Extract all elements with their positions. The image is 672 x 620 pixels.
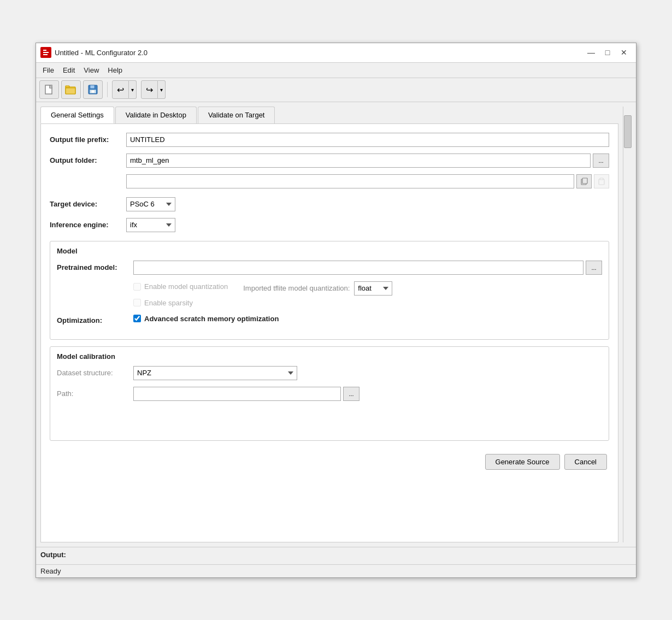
menu-bar: File Edit View Help: [36, 63, 636, 78]
svg-rect-10: [90, 85, 95, 88]
second-path-input[interactable]: [126, 174, 574, 188]
model-section: Model Pretrained model: ...: [50, 241, 609, 340]
menu-help[interactable]: Help: [103, 64, 127, 76]
tab-bar: General Settings Validate in Desktop Val…: [40, 107, 618, 124]
advanced-scratch-checkbox[interactable]: [133, 315, 141, 322]
app-icon: [40, 47, 51, 58]
status-bar: Ready: [36, 564, 636, 577]
output-area: Output:: [36, 547, 636, 564]
open-button[interactable]: [61, 80, 81, 99]
svg-rect-12: [91, 90, 95, 93]
menu-edit[interactable]: Edit: [58, 64, 79, 76]
enable-sparsity-checkbox-row: Enable sparsity: [133, 299, 193, 307]
svg-rect-8: [66, 88, 75, 94]
target-device-row: Target device: PSoC 6 PSoC 4 Other: [50, 197, 609, 211]
output-folder-field-group: ...: [126, 153, 609, 168]
toolbar-separator: [107, 82, 108, 97]
output-folder-label: Output folder:: [50, 156, 126, 164]
second-path-row: [50, 174, 609, 188]
path-input[interactable]: [133, 387, 341, 401]
redo-dropdown-button[interactable]: ▾: [158, 80, 166, 99]
action-bar: Generate Source Cancel: [50, 450, 609, 474]
cancel-button[interactable]: Cancel: [564, 454, 607, 470]
maximize-button[interactable]: □: [600, 46, 615, 59]
pretrained-model-input[interactable]: [133, 261, 583, 275]
generate-source-button[interactable]: Generate Source: [485, 454, 560, 470]
scrollbar-track[interactable]: [623, 107, 632, 542]
copy-button[interactable]: [576, 174, 592, 188]
second-path-group: [126, 174, 609, 188]
tflite-quantization-group: Imported tflite model quantization: floa…: [243, 281, 392, 296]
redo-group: ↪ ▾: [141, 80, 166, 99]
pretrained-model-label: Pretrained model:: [57, 263, 133, 271]
svg-rect-14: [582, 178, 587, 184]
toolbar: ↩ ▾ ↪ ▾: [36, 78, 636, 102]
output-file-prefix-row: Output file prefix:: [50, 133, 609, 147]
pretrained-model-row: Pretrained model: ...: [57, 261, 602, 275]
quantization-row: Enable model quantization Imported tflit…: [133, 281, 602, 296]
svg-rect-1: [43, 50, 46, 51]
inference-engine-select[interactable]: ifx tflm other: [126, 218, 175, 232]
settings-panel: Output file prefix: Output folder: ...: [40, 124, 618, 542]
enable-quantization-checkbox-row: Enable model quantization: [133, 282, 228, 291]
content-area: General Settings Validate in Desktop Val…: [40, 107, 618, 542]
undo-dropdown-button[interactable]: ▾: [129, 80, 137, 99]
output-folder-row: Output folder: ...: [50, 153, 609, 168]
dataset-structure-select[interactable]: NPZ CSV Other: [133, 366, 297, 380]
menu-file[interactable]: File: [38, 64, 58, 76]
output-folder-input[interactable]: [126, 153, 591, 168]
scrollbar-thumb[interactable]: [624, 115, 632, 148]
inference-engine-row: Inference engine: ifx tflm other: [50, 218, 609, 232]
path-field-group: ...: [133, 387, 602, 401]
menu-view[interactable]: View: [79, 64, 103, 76]
pretrained-model-browse-button[interactable]: ...: [586, 261, 602, 275]
output-folder-browse-button[interactable]: ...: [593, 153, 609, 168]
tab-validate-target[interactable]: Validate on Target: [198, 107, 275, 123]
pretrained-model-group: ...: [133, 261, 602, 275]
model-section-title: Model: [57, 247, 602, 255]
output-label: Output:: [40, 551, 632, 559]
inference-engine-label: Inference engine:: [50, 221, 126, 229]
target-device-label: Target device:: [50, 200, 126, 208]
tab-general-settings[interactable]: General Settings: [40, 107, 114, 123]
dataset-structure-row: Dataset structure: NPZ CSV Other: [57, 366, 602, 380]
minimize-button[interactable]: —: [583, 46, 599, 59]
path-browse-button[interactable]: ...: [343, 387, 359, 401]
window-controls: — □ ✕: [583, 46, 632, 59]
output-file-prefix-input[interactable]: [126, 133, 609, 147]
target-device-select[interactable]: PSoC 6 PSoC 4 Other: [126, 197, 175, 211]
close-button[interactable]: ✕: [616, 46, 632, 59]
advanced-scratch-checkbox-row: Advanced scratch memory optimization: [133, 315, 279, 323]
svg-rect-7: [66, 86, 69, 87]
undo-button[interactable]: ↩: [112, 80, 129, 99]
main-content: General Settings Validate in Desktop Val…: [36, 102, 636, 547]
path-row: Path: ...: [57, 387, 602, 401]
save-button[interactable]: [83, 80, 103, 99]
dataset-structure-label: Dataset structure:: [57, 369, 133, 377]
model-calibration-title: Model calibration: [57, 352, 602, 361]
sparsity-row: Enable sparsity: [133, 299, 602, 310]
enable-quantization-label: Enable model quantization: [144, 282, 228, 291]
optimization-label: Optimization:: [57, 316, 133, 324]
title-bar-left: Untitled - ML Configurator 2.0: [40, 47, 148, 58]
redo-button[interactable]: ↪: [141, 80, 158, 99]
paste-button[interactable]: [594, 174, 609, 188]
output-file-prefix-label: Output file prefix:: [50, 135, 126, 144]
advanced-scratch-label: Advanced scratch memory optimization: [144, 315, 279, 323]
tflite-quantization-select[interactable]: float int8 uint8: [354, 281, 392, 296]
enable-quantization-checkbox[interactable]: [133, 283, 141, 291]
undo-group: ↩ ▾: [112, 80, 137, 99]
window-title: Untitled - ML Configurator 2.0: [55, 49, 148, 57]
optimization-row: Optimization: Advanced scratch memory op…: [57, 315, 602, 326]
new-button[interactable]: [39, 80, 59, 99]
svg-rect-2: [43, 52, 49, 53]
tab-validate-desktop[interactable]: Validate in Desktop: [115, 107, 197, 123]
enable-sparsity-checkbox[interactable]: [133, 299, 141, 306]
title-bar: Untitled - ML Configurator 2.0 — □ ✕: [36, 43, 636, 63]
svg-rect-16: [600, 178, 603, 180]
main-window: Untitled - ML Configurator 2.0 — □ ✕ Fil…: [36, 43, 636, 578]
enable-sparsity-label: Enable sparsity: [144, 299, 193, 307]
model-calibration-section: Model calibration Dataset structure: NPZ…: [50, 346, 609, 441]
status-text: Ready: [40, 567, 61, 575]
path-label: Path:: [57, 389, 133, 398]
